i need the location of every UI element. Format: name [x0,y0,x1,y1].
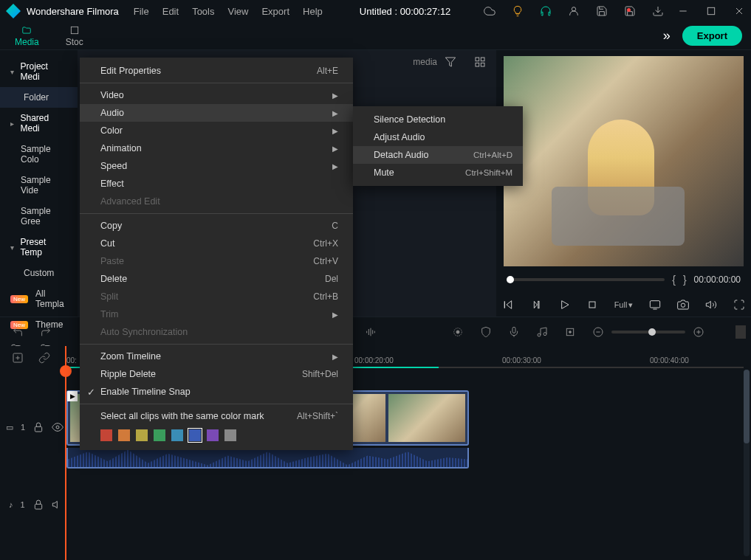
ctx-select-color-mark[interactable]: Select all clips with the same color mar… [80,407,353,425]
mark-out-icon[interactable]: } [683,274,687,286]
tab-media[interactable]: Media [9,25,45,47]
ctx-audio[interactable]: Audio▶ [80,104,353,122]
sidebar-sample-colors[interactable]: Sample Colo [0,139,78,170]
user-icon[interactable] [568,5,580,17]
color-swatch[interactable] [189,429,201,441]
lock-icon[interactable] [32,421,44,433]
prev-frame-icon[interactable] [502,299,514,311]
sub-detach-audio[interactable]: Detach AudioCtrl+Alt+D [353,146,523,164]
ctx-edit-properties[interactable]: Edit PropertiesAlt+E [80,62,353,80]
lightbulb-icon[interactable] [512,5,524,17]
sidebar-folder[interactable]: Folder [0,87,78,108]
stop-icon[interactable] [586,299,598,311]
link-icon[interactable] [38,352,50,364]
ctx-effect[interactable]: Effect [80,175,353,193]
save-icon[interactable] [596,5,608,17]
ctx-color[interactable]: Color▶ [80,122,353,139]
redo-icon[interactable] [40,326,52,338]
minimize-icon[interactable] [677,5,689,17]
menu-file[interactable]: File [134,6,149,17]
sidebar-all-templates[interactable]: NewAll Templa [0,283,78,314]
undo-icon[interactable] [12,326,24,338]
play-pause-icon[interactable] [530,299,542,311]
speaker-icon[interactable] [52,499,64,511]
music-icon[interactable] [536,326,548,338]
volume-icon[interactable] [705,299,717,311]
check-icon: ✓ [87,387,95,398]
record-icon[interactable] [452,326,464,338]
sidebar-custom[interactable]: Custom [0,263,78,283]
grid-view-icon[interactable] [474,56,486,68]
mic-icon[interactable] [508,326,520,338]
tabs-more-arrow-icon[interactable]: » [663,28,671,44]
display-icon[interactable] [649,299,661,311]
marker-icon[interactable] [564,326,576,338]
sidebar-shared-media[interactable]: ▸Shared Medi [0,108,78,139]
sidebar-sample-green[interactable]: Sample Gree [0,201,78,232]
zoom-in-icon[interactable] [693,326,704,338]
audio-wave-icon[interactable] [365,326,377,338]
cloud-icon[interactable] [484,5,495,17]
eye-icon[interactable] [52,421,64,433]
export-button[interactable]: Export [682,26,742,46]
playhead[interactable] [65,346,66,560]
ctx-delete[interactable]: DeleteDel [80,270,353,288]
ctx-zoom-timeline[interactable]: Zoom Timeline▶ [80,348,353,365]
menu-view[interactable]: View [227,6,248,17]
ctx-animation[interactable]: Animation▶ [80,139,353,157]
fullscreen-icon[interactable] [733,299,745,311]
svg-rect-18 [589,302,595,308]
chevron-down-icon: ▾ [628,300,633,310]
sidebar-sample-videos[interactable]: Sample Vide [0,170,78,201]
sub-mute[interactable]: MuteCtrl+Shift+M [353,164,523,182]
timeline-scrollbar[interactable] [744,370,750,556]
download-icon[interactable] [652,5,664,17]
audio-clip[interactable] [66,448,469,469]
color-swatch[interactable] [224,429,236,441]
ctx-ripple-delete[interactable]: Ripple DeleteShift+Del [80,365,353,383]
sidebar-project-media[interactable]: ▾Project Medi [0,56,78,87]
headset-icon[interactable] [540,5,552,17]
ctx-cut[interactable]: CutCtrl+X [80,235,353,252]
sub-adjust-audio[interactable]: Adjust Audio [353,128,523,146]
sub-silence-detection[interactable]: Silence Detection [353,111,523,128]
play-icon[interactable] [558,299,570,311]
tab-stock[interactable]: Stoc [60,25,89,47]
lock-icon[interactable] [32,499,44,511]
ctx-enable-snap[interactable]: ✓Enable Timeline Snap [80,383,353,401]
workspace-tabs: Media Stoc » Export [0,22,751,50]
svg-point-34 [569,331,572,333]
ctx-copy[interactable]: CopyC [80,217,353,235]
snapshot-icon[interactable] [677,299,689,311]
preview-scrubber[interactable] [507,278,665,281]
color-swatch[interactable] [207,429,219,441]
preview-video[interactable] [504,56,744,266]
sidebar-preset-templates[interactable]: ▾Preset Temp [0,232,78,263]
timeline-view-icon[interactable] [735,325,746,339]
svg-point-0 [572,7,575,11]
color-swatch[interactable] [154,429,165,441]
zoom-slider[interactable] [611,331,685,333]
quality-selector[interactable]: Full ▾ [614,300,634,310]
color-swatch[interactable] [100,429,112,441]
maximize-icon[interactable] [705,5,717,17]
add-track-icon[interactable] [12,352,24,364]
filter-icon[interactable] [445,56,456,68]
ctx-video[interactable]: Video▶ [80,86,353,104]
ctx-speed[interactable]: Speed▶ [80,157,353,175]
zoom-out-icon[interactable] [592,326,604,338]
video-track-label: 1 [21,423,25,432]
color-swatch[interactable] [136,429,148,441]
menu-edit[interactable]: Edit [162,6,179,17]
mark-in-icon[interactable]: { [672,274,676,286]
color-swatch[interactable] [118,429,130,441]
save-alert-icon[interactable] [624,5,636,17]
color-swatch[interactable] [171,429,183,441]
menu-help[interactable]: Help [303,6,323,17]
close-icon[interactable] [733,5,745,17]
shield-icon[interactable] [480,326,492,338]
svg-rect-12 [481,63,484,66]
clip-play-icon: ▶ [67,391,78,401]
menu-tools[interactable]: Tools [192,6,214,17]
menu-export[interactable]: Export [261,6,289,17]
